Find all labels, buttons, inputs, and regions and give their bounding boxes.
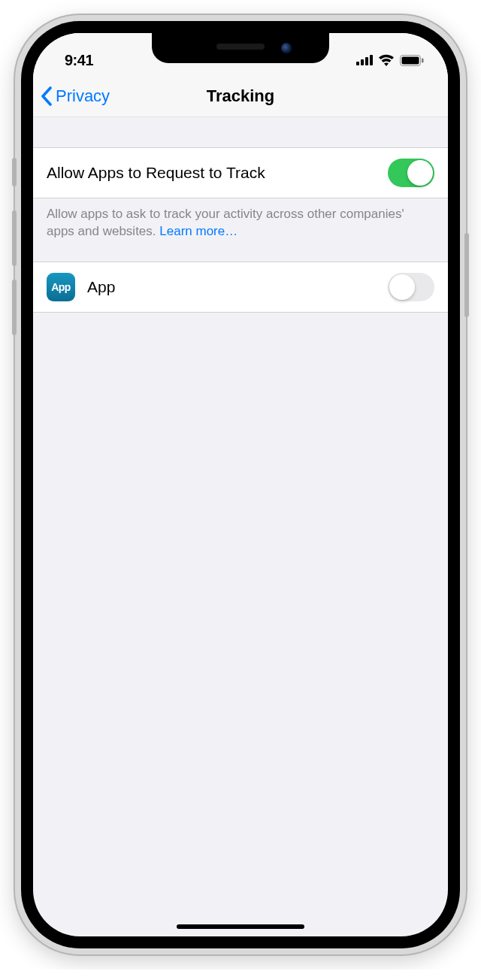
toggle-knob	[389, 274, 415, 300]
device-frame: 9:41 Privacy Tracking All	[15, 15, 466, 954]
content: Allow Apps to Request to Track Allow app…	[33, 117, 448, 313]
page-title: Tracking	[207, 86, 274, 106]
status-time: 9:41	[65, 52, 93, 69]
app-tracking-toggle[interactable]	[388, 273, 434, 301]
allow-request-toggle[interactable]	[388, 159, 434, 187]
battery-icon	[400, 55, 424, 66]
status-icons	[356, 54, 424, 66]
speaker	[216, 44, 265, 50]
svg-rect-3	[370, 55, 373, 65]
chevron-left-icon	[41, 86, 53, 106]
allow-request-group: Allow Apps to Request to Track	[33, 147, 448, 198]
allow-request-footer: Allow apps to ask to track your activity…	[33, 198, 448, 262]
app-icon: App	[47, 273, 75, 301]
home-indicator[interactable]	[177, 924, 304, 929]
volume-down-button	[12, 280, 17, 335]
nav-bar: Privacy Tracking	[33, 75, 448, 117]
cellular-icon	[356, 55, 373, 65]
back-label: Privacy	[56, 86, 110, 106]
volume-up-button	[12, 210, 17, 266]
allow-request-cell: Allow Apps to Request to Track	[33, 148, 448, 198]
power-button	[464, 233, 469, 317]
learn-more-link[interactable]: Learn more…	[159, 224, 237, 238]
svg-rect-2	[365, 57, 368, 65]
app-cell: App App	[33, 262, 448, 312]
wifi-icon	[378, 54, 395, 66]
front-camera	[281, 43, 292, 53]
app-name-label: App	[87, 278, 376, 296]
svg-rect-5	[402, 56, 419, 64]
screen: 9:41 Privacy Tracking All	[33, 33, 448, 936]
notch	[152, 33, 329, 63]
toggle-knob	[407, 160, 433, 186]
back-button[interactable]: Privacy	[41, 86, 110, 106]
svg-rect-0	[356, 62, 359, 65]
app-list-group: App App	[33, 262, 448, 313]
svg-rect-6	[422, 58, 424, 62]
allow-request-label: Allow Apps to Request to Track	[47, 164, 376, 182]
mute-switch	[12, 158, 17, 186]
svg-rect-1	[361, 59, 364, 65]
